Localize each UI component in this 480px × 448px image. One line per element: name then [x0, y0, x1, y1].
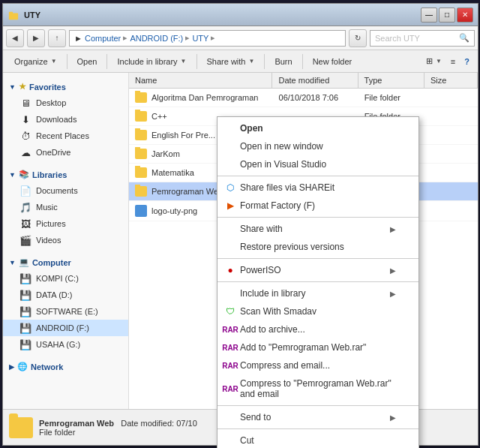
maximize-button[interactable]: □	[439, 8, 455, 23]
sidebar-item-videos[interactable]: 🎬 Videos	[3, 232, 128, 248]
ctx-item-add-archive[interactable]: RAR Add to archive...	[218, 320, 418, 338]
forward-button[interactable]: ▶	[27, 29, 45, 47]
path-android[interactable]: ANDROID (F:)	[130, 34, 183, 43]
rar-icon-3: RAR	[224, 359, 237, 372]
sidebar-item-usaha[interactable]: 💾 USAHA (G:)	[3, 336, 128, 353]
sidebar-item-pictures[interactable]: 🖼 Pictures	[3, 215, 128, 232]
ctx-compress-email-label: Compress and email...	[240, 360, 330, 371]
organize-arrow: ▼	[51, 58, 57, 65]
status-date: Date modified: 07/10	[121, 419, 197, 428]
folder-icon	[135, 130, 147, 140]
col-header-name[interactable]: Name	[129, 73, 272, 88]
ctx-item-poweriso[interactable]: ● PowerISO ▶	[218, 261, 418, 279]
sidebar-item-documents[interactable]: 📄 Documents	[3, 182, 128, 199]
network-label: Network	[31, 362, 63, 371]
path-uty[interactable]: UTY	[192, 34, 208, 43]
libraries-section: ▼ 📚 Libraries 📄 Documents 🎵 Music 🖼 Pict…	[3, 167, 128, 248]
desktop-icon: 🖥	[20, 97, 32, 109]
submenu-arrow-send: ▶	[390, 413, 396, 422]
refresh-button[interactable]: ↻	[349, 29, 367, 47]
submenu-arrow-share: ▶	[390, 225, 396, 233]
context-menu: Open Open in new window Open in Visual S…	[217, 116, 419, 448]
ctx-item-add-rar[interactable]: RAR Add to "Pemrograman Web.rar"	[218, 338, 418, 356]
svg-rect-1	[9, 11, 13, 14]
sidebar-item-android[interactable]: 💾 ANDROID (F:)	[3, 320, 128, 336]
view-options-button[interactable]: ⊞ ▼	[422, 53, 446, 71]
sidebar-item-label: Downloads	[36, 115, 76, 124]
minimize-button[interactable]: —	[421, 8, 437, 23]
file-list-header: Name Date modified Type Size	[129, 73, 478, 89]
organize-button[interactable]: Organize ▼	[8, 53, 64, 71]
libraries-header[interactable]: ▼ 📚 Libraries	[3, 167, 128, 182]
favorites-star-icon: ★	[19, 82, 26, 92]
sidebar-item-label: Pictures	[36, 219, 66, 228]
include-in-library-button[interactable]: Include in library ▼	[110, 53, 193, 71]
new-folder-button[interactable]: New folder	[306, 53, 359, 71]
ctx-shareit-label: Share files via SHAREit	[240, 182, 334, 193]
back-button[interactable]: ◀	[6, 29, 24, 47]
libraries-arrow: ▼	[9, 171, 16, 179]
help-button[interactable]: ?	[460, 53, 473, 71]
computer-arrow: ▼	[9, 259, 16, 266]
ctx-item-compress-email[interactable]: RAR Compress and email...	[218, 356, 418, 374]
close-button[interactable]: ✕	[457, 8, 473, 23]
col-header-date[interactable]: Date modified	[272, 73, 358, 88]
ctx-item-shareit[interactable]: ⬡ Share files via SHAREit	[218, 179, 418, 197]
open-button[interactable]: Open	[70, 53, 104, 71]
path-computer[interactable]: Computer	[85, 34, 121, 43]
status-folder-icon	[9, 417, 33, 438]
ctx-item-share-with[interactable]: Share with ▶	[218, 220, 418, 238]
sidebar-item-onedrive[interactable]: ☁ OneDrive	[3, 144, 128, 161]
ctx-sep-6	[218, 428, 418, 429]
up-button[interactable]: ↑	[48, 29, 66, 47]
window-icon	[8, 9, 20, 21]
sidebar-item-kompi[interactable]: 💾 KOMPI (C:)	[3, 270, 128, 287]
folder-icon	[135, 92, 147, 103]
drive-d-icon: 💾	[20, 289, 32, 301]
ctx-add-archive-label: Add to archive...	[240, 324, 305, 335]
ctx-item-cut[interactable]: Cut	[218, 431, 418, 448]
network-header[interactable]: ▶ 🌐 Network	[3, 359, 128, 374]
sidebar-item-recent[interactable]: ⏱ Recent Places	[3, 128, 128, 144]
submenu-arrow-poweriso: ▶	[390, 266, 396, 275]
ctx-sep-4	[218, 281, 418, 282]
search-box[interactable]: Search UTY 🔍	[370, 30, 475, 47]
rar-icon-4: RAR	[224, 382, 237, 395]
sidebar-item-music[interactable]: 🎵 Music	[3, 199, 128, 215]
network-section: ▶ 🌐 Network	[3, 359, 128, 374]
ctx-sep-2	[218, 217, 418, 218]
ctx-item-compress-rar-email[interactable]: RAR Compress to "Pemrograman Web.rar" an…	[218, 374, 418, 403]
address-path[interactable]: ► Computer ▸ ANDROID (F:) ▸ UTY ▸	[69, 30, 346, 47]
computer-header[interactable]: ▼ 💻 Computer	[3, 254, 128, 270]
network-arrow: ▶	[9, 363, 14, 371]
favorites-header[interactable]: ▼ ★ Favorites	[3, 79, 128, 95]
folder-icon	[135, 149, 147, 159]
title-bar: UTY — □ ✕	[3, 4, 478, 26]
music-icon: 🎵	[20, 201, 32, 213]
ctx-item-smadav[interactable]: 🛡 Scan With Smadav	[218, 302, 418, 320]
table-row[interactable]: Algoritma Dan Pemrograman 06/10/2018 7:0…	[129, 89, 478, 107]
burn-button[interactable]: Burn	[268, 53, 298, 71]
image-icon	[135, 205, 147, 217]
ctx-item-include-library[interactable]: Include in library ▶	[218, 284, 418, 302]
sidebar-item-data[interactable]: 💾 DATA (D:)	[3, 287, 128, 303]
computer-label: Computer	[32, 258, 71, 267]
share-with-button[interactable]: Share with ▼	[200, 53, 262, 71]
col-header-size[interactable]: Size	[424, 73, 478, 88]
ctx-item-send-to[interactable]: Send to ▶	[218, 408, 418, 426]
documents-icon: 📄	[20, 185, 32, 197]
drive-f-icon: 💾	[20, 322, 32, 334]
sidebar-item-downloads[interactable]: ⬇ Downloads	[3, 111, 128, 128]
ctx-item-open-new-window[interactable]: Open in new window	[218, 137, 418, 155]
sidebar-item-software[interactable]: 💾 SOFTWARE (E:)	[3, 303, 128, 320]
ctx-item-restore[interactable]: Restore previous versions	[218, 238, 418, 256]
details-icon: ≡	[451, 57, 455, 66]
ctx-item-open[interactable]: Open	[218, 119, 418, 137]
sidebar-item-label: ANDROID (F:)	[36, 323, 89, 332]
ctx-item-format-factory[interactable]: ▶ Format Factory (F)	[218, 197, 418, 215]
sidebar-item-desktop[interactable]: 🖥 Desktop	[3, 95, 128, 111]
col-header-type[interactable]: Type	[358, 73, 424, 88]
favorites-arrow: ▼	[9, 83, 16, 91]
details-view-button[interactable]: ≡	[447, 53, 459, 71]
ctx-item-open-vs[interactable]: Open in Visual Studio	[218, 155, 418, 173]
